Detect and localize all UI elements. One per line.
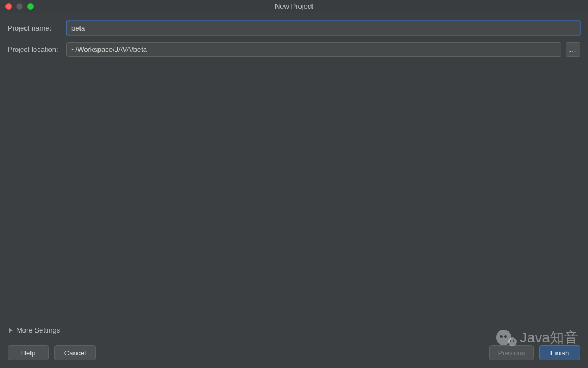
cancel-button[interactable]: Cancel xyxy=(54,345,96,360)
window-title: New Project xyxy=(0,2,588,10)
close-window-button[interactable] xyxy=(5,3,12,10)
previous-button: Previous xyxy=(489,345,534,360)
more-settings-label: More Settings xyxy=(16,326,60,334)
minimize-window-button[interactable] xyxy=(16,3,23,10)
content-spacer xyxy=(8,63,580,326)
dialog-footer: Help Cancel Previous Finish xyxy=(0,337,588,368)
help-button[interactable]: Help xyxy=(8,345,49,360)
browse-location-button[interactable]: ... xyxy=(566,42,580,57)
project-name-input[interactable] xyxy=(66,21,580,35)
chevron-right-icon xyxy=(8,327,14,334)
project-location-row: Project location: ... xyxy=(8,42,580,57)
project-name-label: Project name: xyxy=(8,24,66,32)
project-location-label: Project location: xyxy=(8,45,66,53)
dialog-content: Project name: Project location: ... More… xyxy=(0,13,588,337)
finish-button[interactable]: Finish xyxy=(539,345,580,360)
maximize-window-button[interactable] xyxy=(27,3,34,10)
project-location-input[interactable] xyxy=(66,42,561,57)
titlebar: New Project xyxy=(0,0,588,13)
window-controls xyxy=(0,3,34,10)
svg-marker-0 xyxy=(9,328,13,333)
more-settings-divider xyxy=(64,330,580,330)
more-settings-toggle[interactable]: More Settings xyxy=(8,326,580,337)
project-name-row: Project name: xyxy=(8,21,580,35)
